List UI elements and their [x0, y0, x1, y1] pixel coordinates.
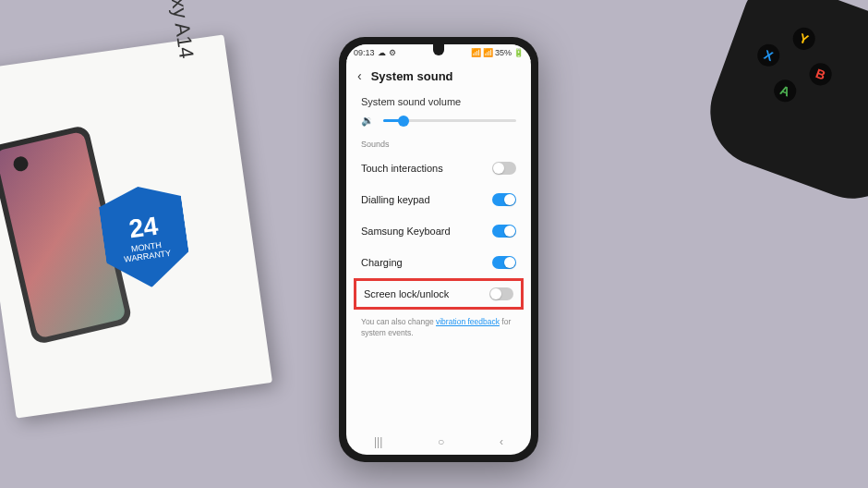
gear-icon: ⚙ — [389, 48, 396, 57]
game-controller: Y X B A — [694, 0, 868, 214]
setting-label: Charging — [361, 257, 403, 268]
product-box: Galaxy A14 24 MONTH WARRANTY — [0, 34, 272, 418]
toggle-charging[interactable] — [492, 256, 516, 269]
volume-section: System sound volume 🔉 — [346, 91, 531, 136]
controller-y-button: Y — [790, 25, 818, 54]
volume-slider[interactable] — [383, 119, 516, 122]
controller-x-button: X — [754, 41, 783, 69]
battery-percent: 35% — [495, 48, 512, 57]
controller-b-button: B — [806, 60, 835, 89]
back-icon[interactable]: ‹ — [357, 68, 362, 83]
warranty-number: 24 — [127, 211, 160, 244]
cloud-icon: ☁ — [378, 48, 386, 57]
footer-note: You can also change vibration feedback f… — [346, 310, 531, 347]
phone-screen: 09:13 ☁ ⚙ 📶 📶 35% 🔋 ‹ System sound Syste… — [346, 44, 531, 455]
navigation-bar: ||| ○ ‹ — [346, 431, 531, 453]
volume-label: System sound volume — [361, 96, 516, 107]
toggle-screen-lock-unlock[interactable] — [489, 287, 513, 300]
toggle-samsung-keyboard[interactable] — [492, 225, 516, 238]
back-nav-icon[interactable]: ‹ — [500, 435, 503, 448]
setting-label: Touch interactions — [361, 163, 443, 174]
camera-notch — [433, 44, 444, 55]
vibration-feedback-link[interactable]: vibration feedback — [436, 317, 500, 326]
wifi-icon: 📶 — [471, 48, 481, 57]
setting-screen-lock-unlock[interactable]: Screen lock/unlock — [354, 278, 524, 310]
product-title: Galaxy A14 — [161, 0, 199, 60]
battery-icon: 🔋 — [513, 48, 524, 57]
setting-label: Screen lock/unlock — [364, 288, 449, 299]
setting-charging[interactable]: Charging — [346, 247, 531, 278]
setting-samsung-keyboard[interactable]: Samsung Keyboard — [346, 215, 531, 247]
speaker-icon: 🔉 — [361, 115, 374, 127]
setting-touch-interactions[interactable]: Touch interactions — [346, 152, 531, 184]
toggle-dialling-keypad[interactable] — [492, 193, 516, 206]
toggle-touch-interactions[interactable] — [492, 162, 516, 175]
page-title: System sound — [371, 69, 453, 83]
setting-label: Samsung Keyboard — [361, 226, 451, 237]
setting-label: Dialling keypad — [361, 194, 430, 205]
footer-prefix: You can also change — [361, 317, 436, 326]
signal-icon: 📶 — [483, 48, 493, 57]
home-icon[interactable]: ○ — [438, 435, 444, 448]
section-label: Sounds — [346, 136, 531, 152]
page-header: ‹ System sound — [346, 61, 531, 91]
status-time: 09:13 — [354, 48, 375, 57]
phone-device: 09:13 ☁ ⚙ 📶 📶 35% 🔋 ‹ System sound Syste… — [339, 37, 538, 462]
controller-a-button: A — [771, 77, 800, 105]
recents-icon[interactable]: ||| — [374, 435, 382, 448]
setting-dialling-keypad[interactable]: Dialling keypad — [346, 184, 531, 215]
slider-thumb[interactable] — [398, 116, 409, 127]
